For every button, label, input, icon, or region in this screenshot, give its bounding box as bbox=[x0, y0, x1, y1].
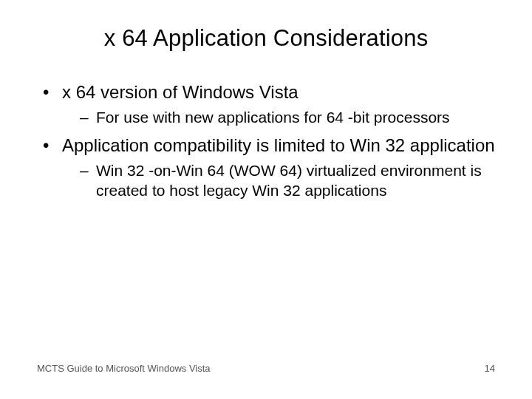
sub-bullet-list: For use with new applications for 64 -bi… bbox=[62, 108, 495, 127]
footer-source: MCTS Guide to Microsoft Windows Vista bbox=[37, 363, 211, 374]
sub-bullet-list: Win 32 -on-Win 64 (WOW 64) virtualized e… bbox=[62, 161, 495, 200]
sub-bullet-item: Win 32 -on-Win 64 (WOW 64) virtualized e… bbox=[80, 161, 495, 200]
page-number: 14 bbox=[485, 363, 495, 374]
bullet-text: x 64 version of Windows Vista bbox=[62, 82, 299, 102]
sub-bullet-text: Win 32 -on-Win 64 (WOW 64) virtualized e… bbox=[96, 162, 482, 198]
sub-bullet-text: For use with new applications for 64 -bi… bbox=[96, 109, 450, 126]
sub-bullet-item: For use with new applications for 64 -bi… bbox=[80, 108, 495, 127]
slide: x 64 Application Considerations x 64 ver… bbox=[0, 0, 532, 399]
bullet-item: Application compatibility is limited to … bbox=[43, 134, 495, 200]
bullet-list: x 64 version of Windows Vista For use wi… bbox=[37, 81, 495, 200]
bullet-item: x 64 version of Windows Vista For use wi… bbox=[43, 81, 495, 127]
bullet-text: Application compatibility is limited to … bbox=[62, 135, 495, 155]
slide-title: x 64 Application Considerations bbox=[37, 25, 495, 52]
slide-footer: MCTS Guide to Microsoft Windows Vista 14 bbox=[37, 363, 495, 374]
